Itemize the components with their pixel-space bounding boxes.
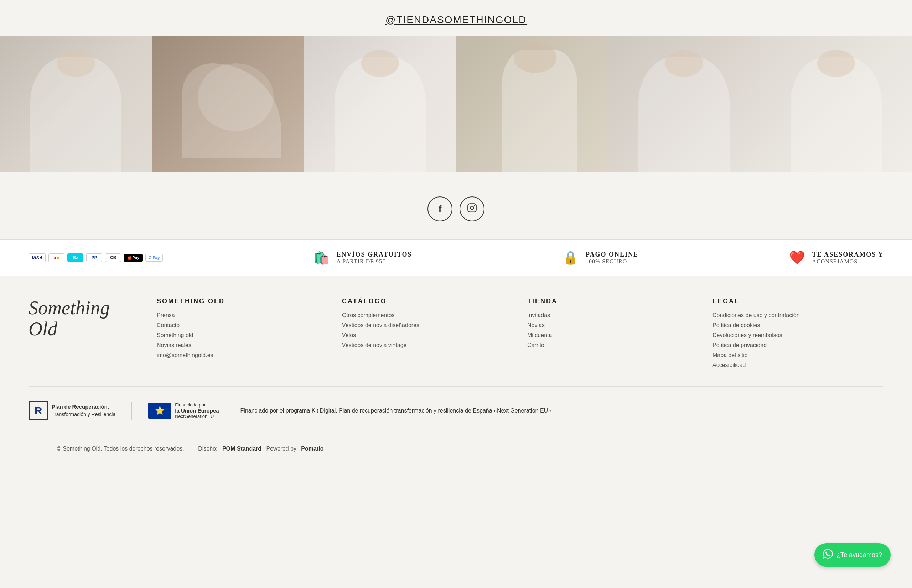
applepay-icon: 🍎Pay — [124, 254, 143, 262]
footer-link-cookies[interactable]: Política de cookies — [713, 322, 883, 328]
footer-link-vestidos-vintage[interactable]: Vestidos de novia vintage — [342, 342, 513, 349]
copyright-notice: © Something Old. Todos los derechos rese… — [57, 446, 184, 452]
plan-recovery-text: Plan de Recuperación, Transformación y R… — [52, 403, 115, 418]
eu-funding-section: R Plan de Recuperación, Transformación y… — [29, 386, 883, 435]
facebook-button[interactable]: f — [428, 197, 452, 221]
footer-link-otros-complementos[interactable]: Otros complementos — [342, 312, 513, 318]
design-label: Diseño: — [198, 446, 217, 452]
photo-item-4[interactable] — [456, 36, 608, 171]
footer-link-contacto[interactable]: Contacto — [157, 322, 328, 328]
footer-col-legal: LEGAL Condiciones de uso y contratación … — [713, 297, 883, 372]
svg-point-2 — [474, 205, 475, 206]
social-icons: f — [0, 197, 912, 221]
bizum-icon: Bz — [67, 254, 83, 262]
payment-icons: VISA ●● Bz PP CB 🍎Pay G Pay — [29, 254, 163, 262]
footer-link-novias[interactable]: Novias — [527, 322, 698, 328]
copyright-separator: | — [190, 446, 192, 452]
features-bar: VISA ●● Bz PP CB 🍎Pay G Pay 🛍️ ENVÍOS GR… — [0, 239, 912, 276]
instagram-button[interactable] — [460, 197, 484, 221]
footer-col-something-old: SOMETHING OLD Prensa Contacto Something … — [157, 297, 328, 372]
footer-link-privacidad[interactable]: Política de privacidad — [713, 342, 883, 349]
visa-icon: VISA — [29, 254, 45, 262]
eu-funded-label2: la Unión Europea — [175, 407, 219, 414]
photo-item-2[interactable] — [152, 36, 304, 171]
social-section: f — [0, 179, 912, 239]
powered-text: . Powered by — [263, 446, 296, 452]
instagram-icon — [467, 203, 477, 215]
mastercard-icon: ●● — [49, 254, 65, 262]
whatsapp-icon — [823, 549, 833, 561]
photo-item-6[interactable] — [760, 36, 912, 171]
footer-logo: Something Old — [29, 297, 135, 340]
cb-icon: CB — [105, 254, 121, 262]
powered-end: . — [325, 446, 327, 452]
design-studio-link[interactable]: POM Standard — [222, 446, 261, 452]
footer-logo-column: Something Old — [29, 297, 135, 372]
free-shipping-title: ENVÍOS GRATUITOS — [337, 251, 412, 258]
footer-col-catalogo: CATÁLOGO Otros complementos Vestidos de … — [342, 297, 513, 372]
eu-text-block: Financiado por la Unión Europea NextGene… — [175, 402, 219, 419]
eu-logos: R Plan de Recuperación, Transformación y… — [29, 401, 219, 420]
googlepay-icon: G Pay — [145, 254, 163, 262]
footer-columns: SOMETHING OLD Prensa Contacto Something … — [157, 297, 883, 372]
photo-item-3[interactable] — [304, 36, 456, 171]
powered-by-link[interactable]: Pomatio — [301, 446, 324, 452]
footer-col-title-legal: LEGAL — [713, 297, 883, 305]
secure-payment-title: PAGO ONLINE — [586, 251, 638, 258]
eu-flag-icon: ⭐ — [148, 402, 171, 418]
plan-recovery-title: Plan de Recuperación, — [52, 403, 115, 411]
eu-description: Financiado por el programa Kit Digital. … — [240, 406, 883, 415]
svg-rect-0 — [468, 204, 476, 212]
plan-recovery-subtitle: Transformación y Resiliencia — [52, 411, 115, 418]
footer-link-condiciones[interactable]: Condiciones de uso y contratación — [713, 312, 883, 318]
footer-col-title-tienda: TIENDA — [527, 297, 698, 305]
footer-link-vestidos-disenadores[interactable]: Vestidos de novia diseñadores — [342, 322, 513, 328]
footer-link-velos[interactable]: Velos — [342, 332, 513, 339]
advice-title: TE ASESORAMOS Y — [812, 251, 883, 258]
footer-link-prensa[interactable]: Prensa — [157, 312, 328, 318]
facebook-icon: f — [439, 204, 442, 215]
copyright-bar: © Something Old. Todos los derechos rese… — [29, 435, 883, 463]
footer-link-novias-reales[interactable]: Novias reales — [157, 342, 328, 349]
whatsapp-label: ¿Te ayudamos? — [836, 551, 882, 559]
photo-item-5[interactable] — [608, 36, 760, 171]
lock-icon: 🔒 — [562, 250, 578, 265]
free-shipping-subtitle: A PARTIR DE 95€ — [337, 258, 412, 265]
advice-subtitle: ACONSEJAMOS — [812, 258, 883, 265]
whatsapp-button[interactable]: ¿Te ayudamos? — [815, 543, 891, 567]
footer-link-something-old[interactable]: Something old — [157, 332, 328, 339]
footer: Something Old SOMETHING OLD Prensa Conta… — [0, 276, 912, 477]
eu-funded-logo: ⭐ Financiado por la Unión Europea NextGe… — [148, 402, 219, 419]
instagram-section: @TIENDASOMETHINGOLD — [0, 0, 912, 179]
divider — [131, 402, 132, 420]
eu-funded-label1: Financiado por — [175, 402, 206, 407]
footer-link-email[interactable]: info@somethingold.es — [157, 352, 328, 359]
footer-col-title-something-old: SOMETHING OLD — [157, 297, 328, 305]
svg-point-1 — [470, 206, 473, 209]
paypal-icon: PP — [86, 254, 102, 262]
footer-link-carrito[interactable]: Carrito — [527, 342, 698, 349]
photo-item-1[interactable] — [0, 36, 152, 171]
free-shipping-feature: 🛍️ ENVÍOS GRATUITOS A PARTIR DE 95€ — [314, 250, 412, 265]
heart-icon: ❤️ — [789, 250, 805, 265]
copyright-text: © Something Old. Todos los derechos rese… — [57, 446, 327, 452]
shopping-bag-icon: 🛍️ — [314, 250, 329, 265]
footer-link-invitadas[interactable]: Invitadas — [527, 312, 698, 318]
footer-col-tienda: TIENDA Invitadas Novias Mi cuenta Carrit… — [527, 297, 698, 372]
secure-payment-feature: 🔒 PAGO ONLINE 100% SEGURO — [562, 250, 638, 265]
footer-col-title-catalogo: CATÁLOGO — [342, 297, 513, 305]
footer-link-mapa[interactable]: Mapa del sitio — [713, 352, 883, 359]
secure-payment-subtitle: 100% SEGURO — [586, 258, 638, 265]
footer-link-accesibilidad[interactable]: Accesibilidad — [713, 362, 883, 368]
eu-funded-label3: NextGenerationEU — [175, 414, 214, 419]
footer-link-devoluciones[interactable]: Devoluciones y reembolsos — [713, 332, 883, 339]
advice-feature: ❤️ TE ASESORAMOS Y ACONSEJAMOS — [789, 250, 883, 265]
instagram-handle[interactable]: @TIENDASOMETHINGOLD — [386, 14, 526, 26]
plan-recovery-logo: R Plan de Recuperación, Transformación y… — [29, 401, 115, 420]
plan-recovery-r-icon: R — [29, 401, 48, 420]
footer-top: Something Old SOMETHING OLD Prensa Conta… — [29, 297, 883, 386]
footer-link-mi-cuenta[interactable]: Mi cuenta — [527, 332, 698, 339]
photo-grid — [0, 36, 912, 171]
